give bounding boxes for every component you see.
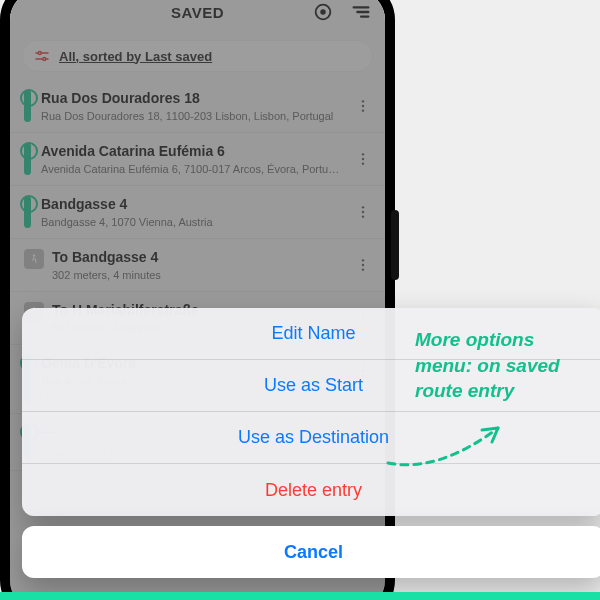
cancel-button[interactable]: Cancel — [22, 526, 600, 578]
sheet-option[interactable]: Delete entry — [22, 464, 600, 516]
sheet-option[interactable]: Use as Destination — [22, 412, 600, 464]
annotation-text: More options menu: on saved route entry — [415, 327, 585, 404]
footer-accent — [0, 592, 600, 600]
canvas: SAVED All, sorted by Last saved Rua Do — [0, 0, 600, 600]
phone-side-button — [391, 210, 399, 280]
